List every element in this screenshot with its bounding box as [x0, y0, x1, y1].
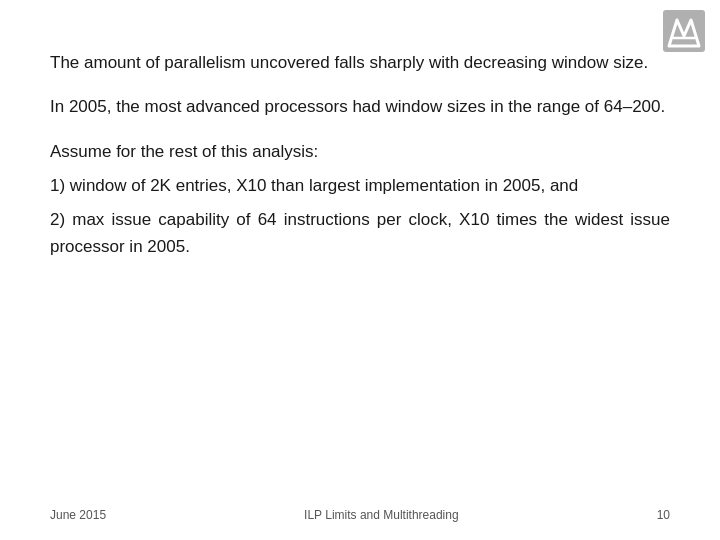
slide: The amount of parallelism uncovered fall…	[0, 0, 720, 540]
footer-right: 10	[657, 508, 670, 522]
footer-left: June 2015	[50, 508, 106, 522]
paragraph-2: In 2005, the most advanced processors ha…	[50, 94, 670, 120]
footer: June 2015 ILP Limits and Multithreading …	[50, 508, 670, 522]
paragraph-3: Assume for the rest of this analysis:	[50, 139, 670, 165]
paragraph-1: The amount of parallelism uncovered fall…	[50, 50, 670, 76]
paragraph-5: 2) max issue capability of 64 instructio…	[50, 207, 670, 260]
logo	[663, 10, 705, 52]
main-content: The amount of parallelism uncovered fall…	[50, 50, 670, 260]
footer-center: ILP Limits and Multithreading	[106, 508, 657, 522]
paragraph-4: 1) window of 2K entries, X10 than larges…	[50, 173, 670, 199]
